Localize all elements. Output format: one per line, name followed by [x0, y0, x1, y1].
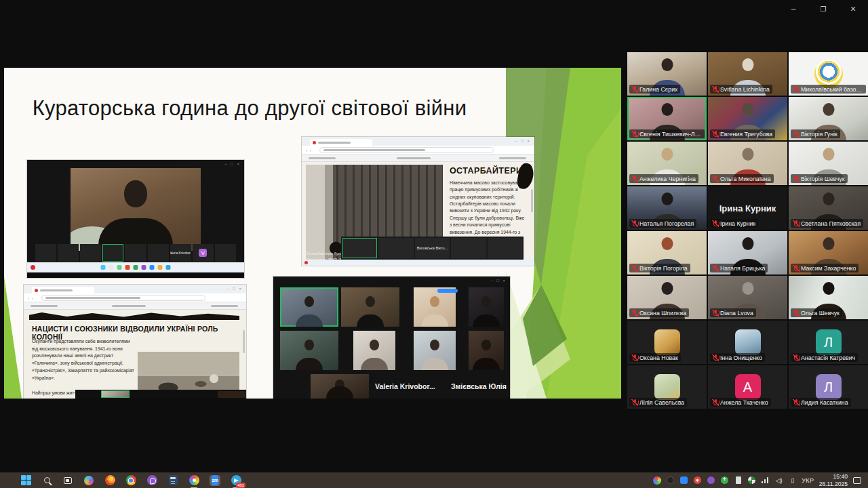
embedded-taskbar: [27, 262, 244, 272]
participant-name: Вікторія Шевчук: [791, 174, 848, 183]
tray-zoom-icon[interactable]: [679, 476, 688, 485]
tray-red-app-icon[interactable]: [693, 476, 702, 485]
mic-muted-icon: [713, 86, 718, 93]
participant-tile[interactable]: Вікторія Гунік: [789, 97, 868, 140]
tray-pinwheel-icon[interactable]: [747, 476, 756, 485]
participant-tile[interactable]: Миколаївський базови...: [789, 52, 868, 96]
tray-usb-icon[interactable]: [734, 476, 743, 485]
participant-tile[interactable]: Diana Lvova: [708, 276, 787, 319]
mic-muted-icon: [632, 131, 637, 138]
tray-viber-icon[interactable]: [707, 476, 715, 485]
chrome-icon[interactable]: [125, 475, 136, 486]
mic-muted-icon: [713, 399, 718, 406]
participant-tile-avatar[interactable]: Оксана Новак: [627, 321, 707, 364]
participant-tile[interactable]: Ольга Шевчук: [789, 276, 868, 319]
firefox-icon[interactable]: [104, 475, 115, 486]
input-device-icon[interactable]: ▯: [788, 476, 797, 485]
participant-name: Вікторія Погоріла: [629, 264, 690, 272]
participant-tile[interactable]: Анжелика Чернигіна: [627, 142, 707, 185]
participant-name: Лілія Савельєва: [629, 398, 687, 407]
avatar: [735, 329, 761, 355]
overlay-button: [437, 289, 458, 293]
start-button[interactable]: [20, 475, 31, 486]
tray-dark-app-icon[interactable]: [666, 476, 675, 485]
search-icon[interactable]: [41, 475, 52, 486]
participant-tile-active-speaker[interactable]: Євгенія Тишкевич-Львова: [627, 97, 707, 140]
participant-tile[interactable]: Максим Захарченко: [789, 231, 868, 274]
participant-tile-avatar[interactable]: Л Анастасія Катревич: [789, 321, 868, 364]
copilot-icon[interactable]: [83, 475, 94, 486]
network-icon[interactable]: [761, 476, 770, 485]
participant-tile[interactable]: Svitlana Lichinkina: [708, 52, 787, 96]
language-indicator[interactable]: УКР: [802, 477, 814, 484]
participant-tile[interactable]: Наталя Брицька: [708, 231, 787, 274]
mic-muted-icon: [632, 220, 637, 227]
recording-indicator: [31, 265, 35, 270]
task-view-icon[interactable]: [62, 475, 73, 486]
participant-tile[interactable]: Вікторія Погоріла: [627, 231, 707, 274]
participant-tile[interactable]: Светлана Пятковская: [789, 186, 868, 230]
participant-tile-avatar[interactable]: Інна Онищенко: [708, 321, 787, 364]
participant-tile-avatar[interactable]: Лілія Савельєва: [627, 365, 707, 409]
embedded-window-controls: – □ ×: [490, 279, 507, 283]
article-body: Окупанти представляли себе визволителями…: [32, 338, 135, 382]
tray-antivirus-icon[interactable]: [720, 476, 729, 485]
mic-muted-icon: [713, 354, 718, 361]
pdf-toolbar: [24, 302, 246, 310]
mic-muted-icon: [713, 310, 718, 317]
notification-center-icon[interactable]: [852, 476, 861, 485]
participant-tile-avatar[interactable]: Л Лидия Касаткина: [789, 365, 868, 409]
participant-tile[interactable]: Евгения Трегубова: [708, 97, 787, 140]
zoom-app-icon-active[interactable]: zm: [210, 475, 220, 486]
student-name-tile: Змієвська Юлія: [451, 382, 507, 390]
mic-muted-icon: [632, 354, 637, 361]
participant-name: Оксана Шпилєва: [629, 308, 689, 317]
minimize-button[interactable]: [778, 0, 808, 18]
participant-name: Светлана Пятковская: [791, 219, 863, 228]
participant-name: Миколаївський базови...: [791, 85, 866, 94]
participant-tile-avatar[interactable]: А Анжела Ткаченко: [708, 365, 787, 409]
avatar: [654, 329, 680, 355]
participant-name: Лидия Касаткина: [791, 398, 851, 407]
browser-tab-bar: – □ ×: [302, 137, 534, 146]
participant-name: Наталя Брицька: [710, 264, 768, 272]
browser-url-bar: ‹ ›: [302, 146, 534, 155]
participant-name: Ірина Курник: [710, 219, 758, 228]
browser-url-bar: ‹ ›: [24, 293, 246, 302]
tray-color-wheel-icon[interactable]: [652, 476, 661, 485]
slide-green-wedge: [4, 277, 22, 399]
color-wheel-app-icon[interactable]: [189, 475, 199, 486]
participant-name: Ольга Миколаївна: [710, 174, 774, 183]
close-button[interactable]: [838, 0, 868, 18]
embedded-screenshot-students-gallery: – □ × Valeria Krivobor... Змієвська Юлія: [273, 277, 510, 399]
filmstrip-name-tile: Виговська Вікто...: [415, 238, 450, 258]
viber-icon[interactable]: [146, 475, 157, 486]
mic-muted-icon: [793, 310, 799, 317]
participants-gallery: Галина Сєрих Svitlana Lichinkina Миколаї…: [627, 52, 868, 409]
tray-date: 26.11.2025: [819, 481, 848, 488]
embedded-screenshot-nazis-article: – □ × ‹ › НАЦИСТИ І СОЮЗНИКИ ВІДВОДИЛИ У…: [24, 285, 246, 399]
participant-name: Вікторія Гунік: [791, 129, 840, 138]
calculator-icon[interactable]: [167, 475, 178, 486]
mic-muted-icon: [793, 265, 799, 272]
telegram-icon[interactable]: 482: [231, 475, 241, 486]
article-heading: ОСТАРБАЙТЕРИ: [450, 166, 526, 176]
mic-muted-icon: [632, 399, 637, 406]
participant-tile[interactable]: Оксана Шпилєва: [627, 276, 707, 319]
participant-tile[interactable]: Галина Сєрих: [627, 52, 707, 96]
participant-tile-camera-off[interactable]: Ірина Курник Ірина Курник: [708, 186, 787, 230]
avatar-letter: Л: [816, 374, 842, 400]
participant-tile[interactable]: Вікторія Шевчук: [789, 142, 868, 185]
mic-muted-icon: [713, 131, 718, 138]
volume-icon[interactable]: ◁): [774, 476, 783, 485]
window-controls: [778, 0, 868, 18]
mic-muted-icon: [793, 176, 799, 182]
maximize-button[interactable]: [808, 0, 838, 18]
clock[interactable]: 15:40 26.11.2025: [819, 473, 848, 487]
browser-tab-bar: – □ ×: [24, 285, 246, 293]
mic-muted-icon: [713, 176, 718, 182]
participant-tile[interactable]: Ольга Миколаївна: [708, 142, 787, 185]
participant-tile[interactable]: Наталья Погорелая: [627, 186, 707, 230]
mic-muted-icon: [632, 310, 637, 317]
speaker-video: [71, 168, 201, 251]
